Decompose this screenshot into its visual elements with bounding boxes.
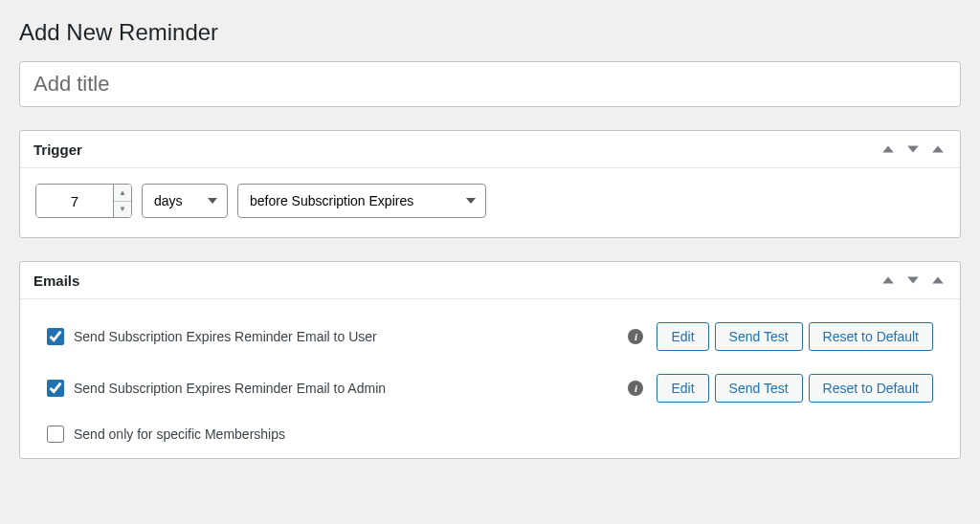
- move-up-icon[interactable]: [880, 272, 897, 289]
- trigger-header: Trigger: [20, 131, 960, 168]
- user-email-label: Send Subscription Expires Reminder Email…: [74, 329, 377, 344]
- trigger-amount-wrapper: ▲ ▼: [35, 184, 132, 218]
- trigger-event-select[interactable]: before Subscription Expires: [237, 184, 486, 218]
- emails-body: Send Subscription Expires Reminder Email…: [20, 299, 960, 458]
- email-row-user: Send Subscription Expires Reminder Email…: [47, 322, 933, 351]
- user-send-test-button[interactable]: Send Test: [715, 322, 803, 351]
- user-reset-button[interactable]: Reset to Default: [809, 322, 933, 351]
- toggle-panel-icon[interactable]: [929, 272, 947, 289]
- amount-decrement-button[interactable]: ▼: [114, 202, 131, 218]
- user-edit-button[interactable]: Edit: [657, 322, 708, 351]
- admin-reset-button[interactable]: Reset to Default: [809, 374, 933, 403]
- move-down-icon[interactable]: [904, 272, 922, 289]
- trigger-metabox: Trigger ▲ ▼ days before Subscription Exp…: [19, 130, 961, 238]
- specific-memberships-checkbox[interactable]: [47, 426, 64, 443]
- trigger-unit-select[interactable]: days: [142, 184, 228, 218]
- amount-spinner: ▲ ▼: [113, 185, 131, 217]
- trigger-amount-input[interactable]: [36, 185, 113, 217]
- emails-metabox: Emails Send Subscription Expires Reminde…: [19, 261, 961, 459]
- admin-edit-button[interactable]: Edit: [657, 374, 708, 403]
- user-email-checkbox[interactable]: [47, 328, 64, 345]
- move-down-icon[interactable]: [904, 141, 922, 158]
- admin-email-label: Send Subscription Expires Reminder Email…: [74, 381, 386, 396]
- admin-email-checkbox[interactable]: [47, 380, 64, 397]
- trigger-body: ▲ ▼ days before Subscription Expires: [20, 168, 960, 237]
- metabox-order-controls: [880, 141, 947, 158]
- reminder-title-input[interactable]: [19, 61, 961, 107]
- emails-header: Emails: [20, 262, 960, 299]
- specific-memberships-row: Send only for specific Memberships: [47, 426, 933, 443]
- info-icon[interactable]: i: [628, 381, 643, 396]
- email-row-admin: Send Subscription Expires Reminder Email…: [47, 374, 933, 403]
- info-icon[interactable]: i: [628, 329, 643, 344]
- admin-send-test-button[interactable]: Send Test: [715, 374, 803, 403]
- amount-increment-button[interactable]: ▲: [114, 185, 131, 202]
- page-heading: Add New Reminder: [19, 19, 961, 46]
- metabox-order-controls: [880, 272, 947, 289]
- move-up-icon[interactable]: [880, 141, 897, 158]
- emails-title: Emails: [33, 273, 79, 289]
- toggle-panel-icon[interactable]: [929, 141, 947, 158]
- trigger-title: Trigger: [33, 142, 82, 158]
- specific-memberships-label: Send only for specific Memberships: [74, 426, 285, 442]
